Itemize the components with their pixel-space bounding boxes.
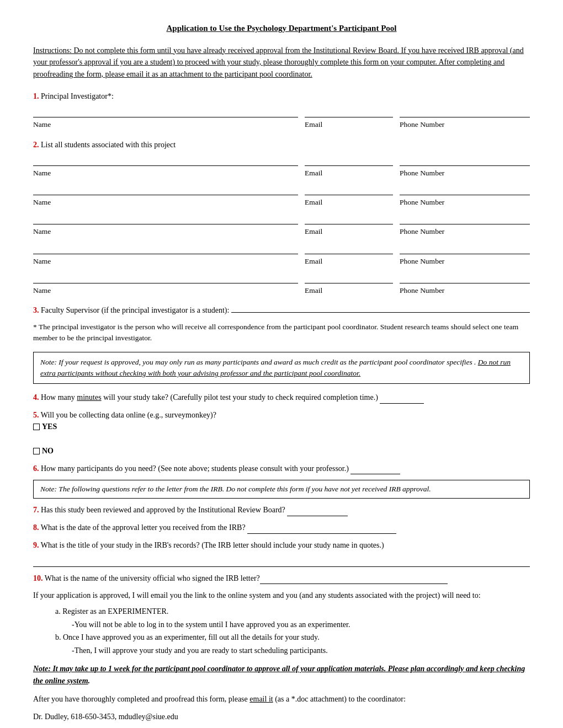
- q7-blank[interactable]: [287, 507, 348, 516]
- q9-line[interactable]: [33, 557, 530, 567]
- steps-list: a. Register as an EXPERIMENTER. -You wil…: [55, 605, 530, 657]
- question-7: 7. Has this study been reviewed and appr…: [33, 504, 530, 516]
- page-title: Application to Use the Psychology Depart…: [33, 22, 530, 35]
- no-checkbox-box[interactable]: [33, 448, 40, 454]
- col-phone-label-2c: Phone Number: [400, 224, 530, 237]
- section3-label: Faculty Supervisor (if the principal inv…: [41, 304, 229, 316]
- question-9: 9. What is the title of your study in th…: [33, 539, 530, 552]
- step-b: b. Once I have approved you as an experi…: [55, 631, 530, 644]
- col-name-label-2b: Name: [33, 195, 298, 208]
- col-name-label-2a: Name: [33, 166, 298, 179]
- instructions-label: Instructions:: [33, 46, 72, 55]
- coordinator-info: Dr. Dudley, 618-650-3453, mdudley@siue.e…: [33, 711, 530, 723]
- col-name-label-2c: Name: [33, 224, 298, 237]
- col-phone-label-2a: Phone Number: [400, 166, 530, 179]
- step-a: a. Register as an EXPERIMENTER.: [55, 605, 530, 618]
- col-name-label-1: Name: [33, 117, 298, 130]
- after-note: After you have thoroughly completed and …: [33, 693, 530, 705]
- instructions-paragraph: Instructions: Do not complete this form …: [33, 45, 530, 81]
- no-checkbox[interactable]: NO: [33, 445, 530, 457]
- section1-number: 1.: [33, 92, 39, 100]
- question-6: 6. How many participants do you need? (S…: [33, 463, 530, 475]
- col-phone-label-2b: Phone Number: [400, 195, 530, 208]
- question-5: 5. Will you be collecting data online (e…: [33, 409, 530, 457]
- col-phone-label-1: Phone Number: [400, 117, 530, 130]
- q6-blank[interactable]: [350, 465, 400, 474]
- footnote-text: * The principal investigator is the pers…: [33, 322, 530, 344]
- faculty-input[interactable]: [231, 303, 530, 313]
- section2-label: List all students associated with this p…: [41, 141, 176, 149]
- note-box-2: Note: The following questions refer to t…: [33, 480, 530, 499]
- col-phone-label-2e: Phone Number: [400, 283, 530, 296]
- section2-number: 2.: [33, 141, 39, 149]
- note-box-1: Note: If your request is approved, you m…: [33, 352, 530, 384]
- q10-blank[interactable]: [260, 575, 448, 584]
- col-name-label-2e: Name: [33, 283, 298, 296]
- col-email-label-2e: Email: [305, 283, 393, 296]
- section3-number: 3.: [33, 304, 39, 316]
- note1-text: Note: If your request is approved, you m…: [40, 358, 478, 366]
- question-10: 10. What is the name of the university o…: [33, 572, 530, 585]
- no-label: NO: [42, 445, 54, 457]
- approval-text: If your application is approved, I will …: [33, 590, 530, 602]
- step-b-sub: -Then, I will approve your study and you…: [72, 644, 530, 657]
- q4-blank[interactable]: [380, 395, 424, 404]
- col-email-label-2d: Email: [305, 254, 393, 267]
- note2-text: Note: The following questions refer to t…: [40, 485, 431, 493]
- q8-blank[interactable]: [247, 525, 396, 534]
- section1-label: Principal Investigator*:: [41, 92, 114, 100]
- col-name-label-2d: Name: [33, 254, 298, 267]
- col-email-label-2b: Email: [305, 195, 393, 208]
- yes-checkbox-box[interactable]: [33, 424, 40, 430]
- instructions-text: Do not complete this form until you have…: [33, 46, 524, 78]
- step-a-sub: -You will not be able to log in to the s…: [72, 618, 530, 631]
- closing-note: Note: It may take up to 1 week for the p…: [33, 663, 530, 687]
- yes-checkbox[interactable]: YES: [33, 421, 530, 433]
- col-email-label-1: Email: [305, 117, 393, 130]
- col-email-label-2c: Email: [305, 224, 393, 237]
- col-email-label-2a: Email: [305, 166, 393, 179]
- question-4: 4. How many minutes will your study take…: [33, 392, 530, 404]
- yes-label: YES: [42, 421, 57, 433]
- question-8: 8. What is the date of the approval lett…: [33, 522, 530, 534]
- col-phone-label-2d: Phone Number: [400, 254, 530, 267]
